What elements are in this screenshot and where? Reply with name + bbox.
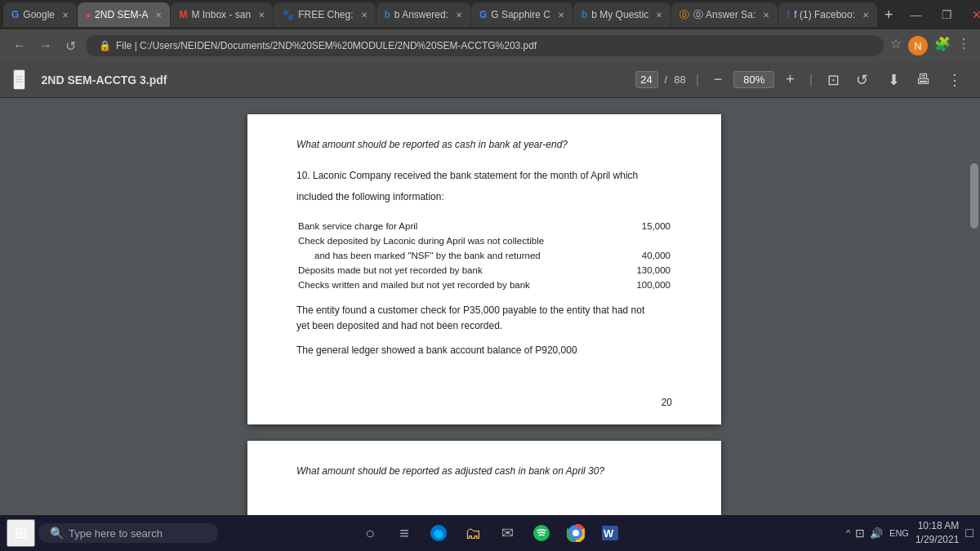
page-number-label: 20: [662, 397, 672, 408]
page-number-input[interactable]: [635, 71, 658, 88]
svg-point-4: [573, 531, 578, 535]
table-cell-value: 100,000: [605, 278, 670, 291]
clock[interactable]: 10:18 AM 1/29/2021: [915, 519, 959, 547]
window-controls: — ❐ ✕: [901, 5, 980, 24]
pdf-content-area[interactable]: What amount should be reported as cash i…: [0, 98, 969, 515]
clock-date: 1/29/2021: [915, 533, 959, 547]
taskbar-icon-explorer[interactable]: 🗂: [458, 518, 488, 548]
tab-facebook-close[interactable]: ✕: [862, 11, 869, 20]
scrollbar-thumb[interactable]: [970, 163, 978, 229]
more-options-button[interactable]: ⋮: [942, 69, 967, 91]
tab-answer-sam-close[interactable]: ✕: [763, 11, 769, 20]
extensions-icon[interactable]: 🧩: [934, 36, 951, 56]
facebook-favicon: f: [786, 9, 790, 20]
page-total: 88: [674, 73, 685, 86]
rotate-button[interactable]: ↺: [851, 69, 873, 91]
tab-answered-close[interactable]: ✕: [456, 11, 462, 20]
table-cell-value: 15,000: [605, 220, 670, 233]
adjusted-cash-question: What amount should be reported as adjust…: [296, 465, 672, 477]
tab-sapphire[interactable]: G G Sapphire C ✕: [471, 2, 572, 27]
svg-point-1: [533, 525, 550, 541]
maximize-button[interactable]: ❐: [932, 5, 962, 24]
menu-icon[interactable]: ⋮: [957, 36, 970, 56]
table-row: Checks written and mailed but not yet re…: [298, 278, 670, 291]
address-bar: ← → ↺ 🔒 File | C:/Users/NEIDEN/Documents…: [0, 29, 980, 62]
svg-text:W: W: [604, 527, 614, 540]
profile-icon[interactable]: N: [908, 36, 928, 56]
pdf-page-bottom: What amount should be reported as adjust…: [247, 441, 721, 515]
tab-inbox-close[interactable]: ✕: [258, 11, 265, 20]
tab-inbox[interactable]: M M Inbox - san ✕: [171, 2, 273, 27]
free-cheg-favicon: 🐾: [282, 9, 294, 20]
taskbar-icon-cortana[interactable]: ○: [355, 518, 385, 548]
tab-2nd-sem-close[interactable]: ✕: [155, 11, 162, 20]
new-tab-button[interactable]: +: [878, 7, 900, 24]
taskbar-icon-taskview[interactable]: ≡: [390, 518, 419, 548]
taskbar-icon-mail[interactable]: ✉: [492, 518, 522, 548]
network-icon[interactable]: ⊡: [855, 527, 865, 540]
tab-answer-sam[interactable]: ⓪ ⓪ Answer Sa: ✕: [671, 2, 777, 27]
taskbar-center-icons: ○ ≡ 🗂 ✉ W: [355, 518, 625, 548]
tab-google[interactable]: G Google ✕: [3, 2, 77, 27]
language-indicator: ENG: [889, 528, 909, 538]
tab-answer-sam-label: ⓪ Answer Sa:: [693, 8, 755, 22]
tab-free-cheg-close[interactable]: ✕: [361, 11, 368, 20]
table-cell-label: and has been marked "NSF" by the bank an…: [298, 249, 604, 262]
volume-icon[interactable]: 🔊: [870, 527, 883, 540]
tab-facebook-label: f (1) Faceboo:: [794, 9, 855, 20]
taskbar-icon-spotify[interactable]: [527, 518, 556, 548]
pdf-pages: What amount should be reported as cash i…: [33, 114, 936, 499]
scrollbar[interactable]: [969, 98, 980, 515]
pdf-page-top: What amount should be reported as cash i…: [247, 114, 721, 424]
url-bar[interactable]: 🔒 File | C:/Users/NEIDEN/Documents/2ND%2…: [86, 35, 884, 56]
zoom-out-button[interactable]: −: [709, 69, 728, 90]
tab-2nd-sem[interactable]: ● 2ND SEM-A ✕: [78, 2, 170, 27]
taskbar-search-box[interactable]: 🔍 Type here to search: [38, 523, 218, 543]
print-button[interactable]: 🖶: [911, 69, 936, 91]
minimize-button[interactable]: —: [901, 5, 932, 24]
tab-sapphire-close[interactable]: ✕: [558, 11, 564, 20]
browser-chrome: G Google ✕ ● 2ND SEM-A ✕ M M Inbox - san…: [0, 0, 980, 62]
tab-2nd-sem-label: 2ND SEM-A: [95, 9, 148, 20]
table-row: Bank service charge for April 15,000: [298, 220, 670, 233]
pdf-page-bottom-content: What amount should be reported as adjust…: [247, 441, 721, 515]
download-button[interactable]: ⬇: [883, 69, 905, 91]
table-row: and has been marked "NSF" by the bank an…: [298, 249, 670, 262]
close-button[interactable]: ✕: [962, 5, 980, 24]
pdf-page-top-content: What amount should be reported as cash i…: [247, 114, 721, 424]
zoom-in-button[interactable]: +: [781, 69, 800, 90]
system-icons: ^ ⊡ 🔊: [846, 527, 883, 540]
tab-my-quest-close[interactable]: ✕: [656, 11, 662, 20]
notifications-icon[interactable]: □: [965, 526, 973, 540]
tab-bar: G Google ✕ ● 2ND SEM-A ✕ M M Inbox - san…: [0, 0, 980, 29]
tab-inbox-label: M Inbox - san: [191, 9, 251, 20]
2nd-sem-favicon: ●: [86, 11, 91, 20]
question-10-sub: included the following information:: [296, 189, 672, 205]
sidebar-toggle-button[interactable]: ≡: [13, 69, 25, 90]
clock-time: 10:18 AM: [915, 519, 959, 533]
table-cell-label: Checks written and mailed but not yet re…: [298, 278, 604, 291]
google-favicon: G: [11, 9, 19, 20]
arrow-up-icon[interactable]: ^: [846, 528, 850, 538]
tab-free-cheg[interactable]: 🐾 FREE Cheg: ✕: [274, 2, 375, 27]
tab-facebook[interactable]: f f (1) Faceboo: ✕: [778, 2, 877, 27]
zoom-input[interactable]: [733, 71, 774, 88]
tab-my-quest[interactable]: b b My Questic ✕: [573, 2, 670, 27]
table-cell-value: 40,000: [605, 249, 670, 262]
tab-google-close[interactable]: ✕: [62, 11, 69, 20]
taskbar-icon-chrome[interactable]: [561, 518, 590, 548]
bank-data-table: Bank service charge for April 15,000 Che…: [296, 218, 672, 293]
taskbar-icon-edge[interactable]: [424, 518, 453, 548]
refresh-button[interactable]: ↺: [62, 35, 79, 57]
taskbar-icon-word[interactable]: W: [595, 518, 625, 548]
start-button[interactable]: ⊞: [7, 519, 35, 547]
forward-button[interactable]: →: [36, 35, 56, 56]
year-end-cash-question: What amount should be reported as cash i…: [296, 139, 672, 150]
bookmark-icon[interactable]: ☆: [890, 36, 902, 56]
tab-google-label: Google: [23, 9, 55, 20]
tab-answered[interactable]: b b Answered: ✕: [376, 2, 470, 27]
sapphire-favicon: G: [479, 9, 487, 20]
back-button[interactable]: ←: [10, 35, 29, 56]
table-cell-label: Deposits made but not yet recorded by ba…: [298, 264, 604, 277]
fit-page-button[interactable]: ⊡: [822, 69, 844, 91]
